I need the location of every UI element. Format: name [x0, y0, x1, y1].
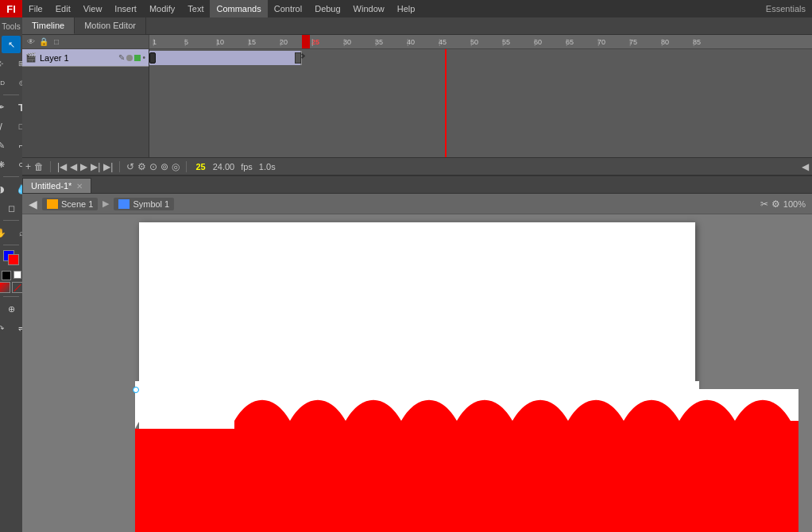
ruler-inner: 1 5 10 15 20 25 30 35 40 45 50 55 — [149, 35, 812, 48]
black-white-swatch[interactable] — [2, 271, 11, 280]
tool-row-3: ✒ T — [0, 98, 22, 116]
selection-handle[interactable] — [133, 387, 139, 393]
doc-tab-untitled[interactable]: Untitled-1* ✕ — [22, 178, 91, 193]
rotate-tool[interactable]: ↷ — [0, 319, 10, 337]
ruler-45: 45 — [439, 38, 470, 46]
tool-row-5: ✎ ⌐ — [0, 137, 22, 154]
snap-tool[interactable]: ⊕ — [2, 300, 21, 318]
eraser-tool[interactable]: ◻ — [2, 199, 21, 217]
selection-tool[interactable]: ↖ — [2, 36, 21, 53]
no-color-swatch[interactable] — [12, 282, 22, 293]
app-logo: Fl — [0, 0, 22, 17]
lasso-tool[interactable]: ⌾ — [12, 74, 22, 91]
zoom-tool[interactable]: ⌕ — [12, 224, 22, 241]
stage-viewport[interactable] — [22, 214, 812, 532]
onion-skin-btn[interactable]: ⊙ — [149, 161, 157, 172]
tool-row-colors — [2, 271, 21, 280]
transform-tool[interactable]: ⇌ — [12, 319, 22, 337]
freetransform-tool[interactable]: ⊞ — [12, 55, 22, 72]
ruler-10: 10 — [216, 38, 248, 46]
doc-tab-close[interactable]: ✕ — [76, 182, 83, 191]
tool-row-8: ✋ ⌕ — [0, 224, 22, 241]
lock-icon[interactable]: 🔒 — [38, 37, 49, 48]
ruler-40: 40 — [407, 38, 439, 46]
pen-tool[interactable]: ✒ — [0, 98, 10, 116]
play-btn[interactable]: ▶ — [80, 161, 87, 172]
breadcrumb-bar: ◀ Scene 1 ▶ Symbol 1 ✂ ⚙ 100% — [22, 194, 812, 214]
clip-icon[interactable]: ✂ — [760, 199, 768, 210]
onion-skin3-btn[interactable]: ◎ — [172, 161, 180, 172]
menu-debug[interactable]: Debug — [308, 0, 346, 17]
ruler-85: 85 — [693, 38, 725, 46]
hand-tool[interactable]: ✋ — [0, 224, 10, 241]
menu-view[interactable]: View — [77, 0, 109, 17]
tab-timeline[interactable]: Timeline — [22, 17, 75, 34]
duration-display: 1.0s — [257, 162, 277, 172]
layer-pencil-icon[interactable]: ✎ — [118, 53, 125, 62]
menu-text[interactable]: Text — [181, 0, 210, 17]
ruler-15: 15 — [248, 38, 280, 46]
playback-settings[interactable]: ⚙ — [137, 161, 146, 172]
bone-tool[interactable]: ⊂ — [12, 156, 22, 173]
frame-range — [149, 51, 302, 65]
first-frame-btn[interactable]: |◀ — [57, 161, 67, 172]
ruler-55: 55 — [502, 38, 534, 46]
breadcrumb-scene[interactable]: Scene 1 — [42, 198, 98, 210]
layer-1-row[interactable]: 🎬 Layer 1 ✎ • — [22, 49, 149, 67]
ruler-35: 35 — [375, 38, 407, 46]
scene-icon — [47, 199, 58, 209]
gradient-swatch[interactable] — [0, 282, 10, 293]
menu-commands[interactable]: Commands — [210, 0, 267, 17]
prev-frame-btn[interactable]: ◀ — [70, 161, 77, 172]
text-tool[interactable]: T — [12, 98, 22, 116]
tool-row-bottom — [0, 282, 22, 293]
outline-icon[interactable]: □ — [51, 37, 62, 48]
loop-btn[interactable]: ↺ — [126, 161, 134, 172]
toolbar: Tools ↖ ⊹ ⊞ 3D ⌾ ✒ T / □ ✎ ⌐ ❋ ⊂ ◑ 💧 — [0, 17, 22, 532]
tool-sep-1 — [3, 94, 19, 95]
tab-motion-editor[interactable]: Motion Editor — [75, 17, 146, 34]
timeline-header: 👁 🔒 □ 1 5 10 15 20 25 30 35 — [22, 35, 812, 49]
menu-window[interactable]: Window — [347, 0, 391, 17]
last-frame-btn[interactable]: ▶| — [103, 161, 113, 172]
subselection-tool[interactable]: ⊹ — [0, 55, 10, 72]
onion-skin2-btn[interactable]: ⊚ — [160, 161, 168, 172]
tool-row-2: 3D ⌾ — [0, 74, 22, 91]
white-swatch[interactable] — [14, 271, 21, 279]
settings-icon[interactable]: ⚙ — [771, 199, 780, 210]
threed-tool[interactable]: 3D — [0, 74, 10, 91]
menu-help[interactable]: Help — [391, 0, 422, 17]
eye-icon[interactable]: 👁 — [25, 37, 37, 48]
paintbucket-tool[interactable]: ◑ — [0, 180, 10, 198]
menu-file[interactable]: File — [22, 0, 49, 17]
menu-bar: Fl File Edit View Insert Modify Text Com… — [0, 0, 812, 17]
menu-items: File Edit View Insert Modify Text Comman… — [22, 0, 421, 17]
menu-modify[interactable]: Modify — [143, 0, 181, 17]
deco-tool[interactable]: ❋ — [0, 156, 10, 173]
menu-edit[interactable]: Edit — [49, 0, 77, 17]
new-layer-icon[interactable]: + — [25, 161, 31, 172]
stage-controls: ✂ ⚙ 100% — [760, 199, 806, 210]
ruler-75: 75 — [629, 38, 661, 46]
line-tool[interactable]: / — [0, 118, 10, 135]
stage-container: Untitled-1* ✕ ◀ Scene 1 ▶ Symbol 1 ✂ — [22, 176, 812, 532]
breadcrumb-symbol[interactable]: Symbol 1 — [114, 198, 174, 210]
brush-tool[interactable]: ⌐ — [12, 137, 22, 154]
ruler-60: 60 — [534, 38, 566, 46]
menu-insert[interactable]: Insert — [108, 0, 143, 17]
next-frame-btn[interactable]: ▶| — [91, 161, 100, 172]
eyedropper-tool[interactable]: 💧 — [12, 180, 22, 198]
frames-area[interactable] — [149, 49, 812, 157]
timeline-panel: Timeline Motion Editor 👁 🔒 □ 1 5 1 — [22, 17, 812, 176]
delete-layer-icon[interactable]: 🗑 — [34, 161, 44, 172]
rect-tool[interactable]: □ — [12, 118, 22, 135]
fps-label: fps — [239, 162, 254, 172]
tool-sep-5 — [3, 296, 19, 297]
scroll-left-btn[interactable]: ◀ — [802, 161, 809, 172]
menu-control[interactable]: Control — [268, 0, 308, 17]
breadcrumb-back-btn[interactable]: ◀ — [29, 198, 37, 210]
bottom-sep2 — [119, 161, 120, 172]
pencil-tool[interactable]: ✎ — [0, 137, 10, 154]
fill-color-swatch[interactable] — [8, 254, 19, 265]
breadcrumb-sep: ▶ — [102, 199, 109, 209]
